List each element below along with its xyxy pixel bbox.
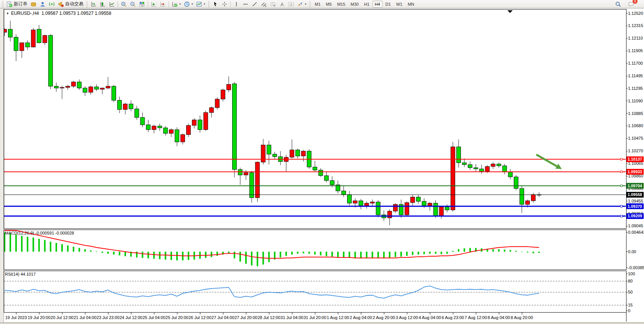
svg-text:F: F [274, 5, 276, 7]
vertical-line-button[interactable] [232, 0, 241, 8]
zoom-in-button[interactable] [119, 0, 128, 8]
candle [330, 180, 334, 185]
window-bottom-edge [0, 322, 644, 324]
candle [474, 168, 478, 169]
macd-histogram-bar [504, 250, 505, 252]
candle [290, 150, 294, 157]
time-tick-label: 20 Jul 12:00 [51, 315, 73, 320]
timeframe-mn-button[interactable]: MN [405, 1, 416, 8]
candle [135, 109, 139, 118]
text-label-button[interactable]: T [287, 0, 296, 8]
timeframe-d1-button[interactable]: D1 [383, 1, 393, 8]
crosshair-button[interactable] [220, 0, 229, 8]
price-tick-label: 1.11295 [628, 86, 643, 91]
zoom-out-button[interactable] [128, 0, 137, 8]
toolbar-drag-handle[interactable] [2, 1, 3, 7]
auto-scroll-button[interactable] [149, 0, 158, 8]
candle [14, 37, 18, 51]
time-tick-label: 27 Jul 20:00 [234, 315, 257, 320]
macd-histogram-bar [124, 252, 126, 256]
macd-histogram-bar [349, 252, 350, 258]
macd-histogram-bar [61, 244, 63, 252]
templates-dropdown-icon[interactable]: ▾ [204, 2, 205, 6]
candle [89, 87, 93, 92]
bar-chart-mode-button[interactable] [89, 0, 98, 8]
price-tick-label: 1.11700 [628, 61, 643, 65]
line-handle[interactable] [620, 215, 622, 217]
equidistant-channel-button[interactable]: E [259, 0, 268, 8]
horizontal-line-button[interactable] [241, 0, 250, 8]
candle [175, 130, 179, 142]
candle [324, 176, 328, 180]
macd-histogram-bar [33, 238, 34, 252]
indicators-dropdown-icon[interactable]: ▾ [179, 2, 181, 6]
candle [204, 113, 208, 130]
new-order-button[interactable]: 新订单 [5, 0, 29, 8]
market-depth-button[interactable] [29, 0, 38, 8]
mql5-community-button[interactable] [38, 0, 47, 8]
candlestick-mode-button[interactable] [98, 0, 107, 8]
timeframe-h1-button[interactable]: H1 [362, 1, 371, 8]
timeframe-m5-button[interactable]: M5 [324, 1, 334, 8]
macd-histogram-bar [165, 252, 166, 260]
toolbar-drag-handle[interactable] [208, 1, 209, 7]
macd-histogram-bar [452, 251, 454, 252]
macd-histogram-bar [383, 252, 385, 259]
macd-histogram-bar [217, 252, 218, 256]
toolbar-drag-handle[interactable] [86, 1, 88, 7]
line-chart-mode-button[interactable] [107, 0, 116, 8]
line-handle[interactable] [620, 185, 622, 187]
cursor-button[interactable] [211, 0, 220, 8]
text-button[interactable]: A [277, 0, 287, 8]
candle [462, 163, 467, 164]
macd-histogram-bar [418, 252, 419, 255]
chart-menu-arrow-icon[interactable]: ▼ [6, 12, 9, 15]
macd-histogram-bar [332, 252, 333, 257]
macd-histogram-bar [234, 252, 235, 259]
candle [26, 43, 30, 47]
candle [497, 164, 501, 166]
fibonacci-retracement-button[interactable]: F [268, 0, 277, 8]
tile-windows-button[interactable] [137, 0, 147, 8]
candle [8, 29, 13, 37]
macd-histogram-bar [314, 252, 316, 255]
notifications-button[interactable]: 1 [626, 0, 636, 8]
price-tick-label: 1.11090 [628, 99, 643, 103]
candle [376, 202, 380, 215]
templates-button[interactable]: ▾ [194, 0, 207, 8]
time-tick-label: 27 Jul 04:00 [212, 315, 234, 320]
timeframe-m30-button[interactable]: M30 [348, 1, 361, 8]
toolbar-drag-handle[interactable] [309, 1, 311, 7]
signal-icon [49, 1, 55, 7]
time-tick-label: 6 Aug 23:00 [442, 315, 464, 320]
timeframe-m15-button[interactable]: M15 [335, 1, 348, 8]
signals-button[interactable] [47, 0, 56, 8]
periods-dropdown-icon[interactable]: ▾ [191, 2, 193, 6]
line-handle[interactable] [620, 158, 622, 160]
macd-histogram-bar [56, 243, 57, 252]
arrows-button[interactable]: ▾ [296, 0, 308, 8]
timeframe-w1-button[interactable]: W1 [394, 1, 405, 8]
time-tick-label: 31 Jul 20:00 [303, 315, 326, 320]
search-button[interactable] [614, 0, 623, 8]
timeframe-m1-button[interactable]: M1 [312, 1, 323, 8]
indicator-icon [172, 1, 178, 7]
chart-shift-button[interactable] [158, 0, 167, 8]
macd-histogram-bar [113, 252, 115, 255]
auto-trading-button[interactable]: 自动交易 [56, 0, 85, 8]
chart-canvas[interactable]: 1.125201.123151.121101.119051.117001.114… [0, 8, 644, 322]
price-tick-label: 1.09045 [628, 223, 643, 228]
candle [502, 166, 507, 172]
arrows-dropdown-icon[interactable]: ▾ [305, 2, 306, 6]
macd-histogram-bar [389, 252, 391, 258]
trendline-button[interactable] [250, 0, 259, 8]
candle [146, 125, 150, 130]
candle [77, 82, 81, 88]
line-handle[interactable] [620, 205, 622, 207]
line-handle[interactable] [620, 171, 622, 173]
price-tick-label: 1.12520 [628, 11, 643, 16]
timeframe-h4-button[interactable]: H4 [373, 1, 383, 8]
macd-tick-label: -0.003859 [628, 265, 644, 270]
periods-button[interactable]: ▾ [182, 0, 194, 8]
indicators-button[interactable]: ▾ [170, 0, 182, 8]
